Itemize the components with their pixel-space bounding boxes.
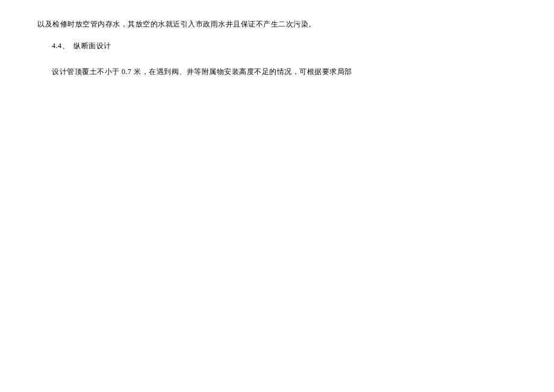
document-page: 以及检修时放空管内存水，其放空的水就近引入市政雨水井且保证不产生二次污染。 4.… (0, 0, 554, 79)
paragraph-line-3: 设计管顶覆土不小于 0.7 米，在遇到阀、井等附属物安装高度不足的情况，可根据要… (37, 66, 506, 79)
line3-text-after: 米，在遇到阀、井等附属物安装高度不足的情况，可根据要求局部 (132, 67, 352, 76)
line3-text-before: 设计管顶覆土不小于 (52, 67, 122, 76)
paragraph-line-1: 以及检修时放空管内存水，其放空的水就近引入市政雨水井且保证不产生二次污染。 (37, 18, 506, 31)
section-heading: 4.4、 纵断面设计 (37, 40, 506, 53)
section-title: 纵断面设计 (73, 42, 111, 50)
section-separator: 、 (62, 42, 70, 50)
line3-number: 0.7 (122, 67, 132, 76)
section-number: 4.4 (52, 42, 62, 50)
